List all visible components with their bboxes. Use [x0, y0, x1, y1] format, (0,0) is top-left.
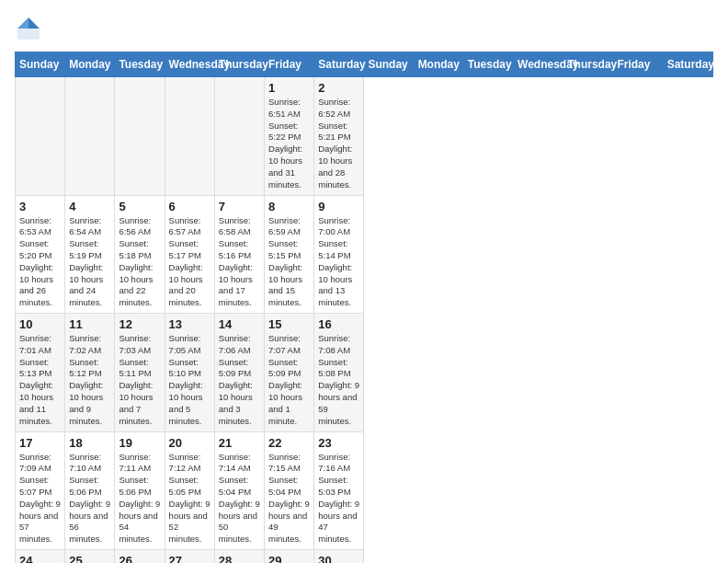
day-number: 16 — [318, 317, 359, 331]
day-number: 2 — [318, 81, 359, 95]
calendar-table: SundayMondayTuesdayWednesdayThursdayFrid… — [15, 52, 713, 563]
day-info: Sunrise: 6:57 AM Sunset: 5:17 PM Dayligh… — [169, 215, 210, 310]
day-number: 14 — [219, 317, 260, 331]
day-number: 11 — [69, 317, 110, 331]
calendar-cell — [16, 77, 65, 196]
calendar-cell: 7Sunrise: 6:58 AM Sunset: 5:16 PM Daylig… — [214, 195, 264, 314]
calendar-cell: 4Sunrise: 6:54 AM Sunset: 5:19 PM Daylig… — [65, 195, 115, 314]
calendar-cell: 16Sunrise: 7:08 AM Sunset: 5:08 PM Dayli… — [314, 314, 364, 432]
day-number: 20 — [169, 436, 210, 450]
day-number: 28 — [219, 554, 260, 563]
day-info: Sunrise: 6:52 AM Sunset: 5:21 PM Dayligh… — [318, 97, 359, 191]
calendar-cell: 22Sunrise: 7:15 AM Sunset: 5:04 PM Dayli… — [265, 431, 314, 550]
calendar-week-row: 24Sunrise: 7:17 AM Sunset: 5:03 PM Dayli… — [16, 550, 713, 564]
calendar-cell — [65, 77, 115, 196]
header-day-sunday: Sunday — [364, 52, 414, 77]
day-number: 10 — [19, 317, 61, 331]
day-info: Sunrise: 7:05 AM Sunset: 5:10 PM Dayligh… — [169, 333, 210, 428]
calendar-cell: 10Sunrise: 7:01 AM Sunset: 5:13 PM Dayli… — [16, 314, 65, 432]
header-day-monday: Monday — [414, 52, 463, 77]
calendar-cell: 13Sunrise: 7:05 AM Sunset: 5:10 PM Dayli… — [165, 314, 214, 432]
calendar-cell: 23Sunrise: 7:16 AM Sunset: 5:03 PM Dayli… — [314, 431, 364, 550]
calendar-cell: 20Sunrise: 7:12 AM Sunset: 5:05 PM Dayli… — [165, 431, 214, 550]
calendar-cell: 14Sunrise: 7:06 AM Sunset: 5:09 PM Dayli… — [214, 314, 264, 432]
day-number: 6 — [169, 200, 210, 213]
day-number: 21 — [219, 436, 260, 450]
day-number: 8 — [268, 200, 310, 213]
day-info: Sunrise: 7:16 AM Sunset: 5:03 PM Dayligh… — [318, 452, 359, 546]
day-info: Sunrise: 6:56 AM Sunset: 5:18 PM Dayligh… — [119, 215, 160, 310]
calendar-cell: 18Sunrise: 7:10 AM Sunset: 5:06 PM Dayli… — [65, 431, 115, 550]
header-day-tuesday: Tuesday — [115, 52, 165, 77]
calendar-cell: 25Sunrise: 7:18 AM Sunset: 5:02 PM Dayli… — [65, 550, 115, 564]
day-number: 15 — [268, 317, 310, 331]
day-info: Sunrise: 7:12 AM Sunset: 5:05 PM Dayligh… — [169, 452, 210, 546]
svg-rect-2 — [17, 29, 40, 40]
header-day-saturday: Saturday — [314, 52, 364, 77]
day-info: Sunrise: 6:54 AM Sunset: 5:19 PM Dayligh… — [69, 215, 110, 310]
logo-icon — [15, 15, 42, 42]
calendar-cell: 30Sunrise: 7:23 AM Sunset: 5:01 PM Dayli… — [314, 550, 364, 564]
day-number: 29 — [268, 554, 310, 563]
day-info: Sunrise: 7:02 AM Sunset: 5:12 PM Dayligh… — [69, 333, 110, 428]
day-number: 27 — [169, 554, 210, 563]
calendar-cell: 17Sunrise: 7:09 AM Sunset: 5:07 PM Dayli… — [16, 431, 65, 550]
calendar-cell: 6Sunrise: 6:57 AM Sunset: 5:17 PM Daylig… — [165, 195, 214, 314]
header-day-wednesday: Wednesday — [165, 52, 214, 77]
day-number: 3 — [19, 200, 61, 213]
day-number: 9 — [318, 200, 359, 213]
day-number: 1 — [268, 81, 310, 95]
calendar-cell: 19Sunrise: 7:11 AM Sunset: 5:06 PM Dayli… — [115, 431, 165, 550]
calendar-cell — [115, 77, 165, 196]
day-info: Sunrise: 7:11 AM Sunset: 5:06 PM Dayligh… — [119, 452, 160, 546]
day-info: Sunrise: 6:58 AM Sunset: 5:16 PM Dayligh… — [219, 215, 260, 310]
calendar-cell: 11Sunrise: 7:02 AM Sunset: 5:12 PM Dayli… — [65, 314, 115, 432]
day-number: 25 — [69, 554, 110, 563]
calendar-week-row: 10Sunrise: 7:01 AM Sunset: 5:13 PM Dayli… — [16, 314, 713, 432]
calendar-week-row: 1Sunrise: 6:51 AM Sunset: 5:22 PM Daylig… — [16, 77, 713, 196]
day-info: Sunrise: 6:59 AM Sunset: 5:15 PM Dayligh… — [268, 215, 310, 310]
calendar-header-row: SundayMondayTuesdayWednesdayThursdayFrid… — [16, 52, 713, 77]
calendar-cell: 1Sunrise: 6:51 AM Sunset: 5:22 PM Daylig… — [265, 77, 314, 196]
calendar-cell: 28Sunrise: 7:21 AM Sunset: 5:01 PM Dayli… — [214, 550, 264, 564]
calendar-cell: 26Sunrise: 7:19 AM Sunset: 5:02 PM Dayli… — [115, 550, 165, 564]
calendar-cell: 15Sunrise: 7:07 AM Sunset: 5:09 PM Dayli… — [265, 314, 314, 432]
day-info: Sunrise: 7:09 AM Sunset: 5:07 PM Dayligh… — [19, 452, 61, 546]
day-number: 23 — [318, 436, 359, 450]
calendar-cell: 9Sunrise: 7:00 AM Sunset: 5:14 PM Daylig… — [314, 195, 364, 314]
day-number: 22 — [268, 436, 310, 450]
day-number: 13 — [169, 317, 210, 331]
calendar-cell: 21Sunrise: 7:14 AM Sunset: 5:04 PM Dayli… — [214, 431, 264, 550]
logo — [15, 15, 46, 42]
header-day-sunday: Sunday — [16, 52, 65, 77]
day-number: 5 — [119, 200, 160, 213]
day-info: Sunrise: 6:51 AM Sunset: 5:22 PM Dayligh… — [268, 97, 310, 191]
calendar-cell: 12Sunrise: 7:03 AM Sunset: 5:11 PM Dayli… — [115, 314, 165, 432]
day-number: 26 — [119, 554, 160, 563]
day-number: 12 — [119, 317, 160, 331]
day-number: 19 — [119, 436, 160, 450]
day-number: 18 — [69, 436, 110, 450]
day-number: 7 — [219, 200, 260, 213]
header-day-thursday: Thursday — [214, 52, 264, 77]
calendar-cell: 2Sunrise: 6:52 AM Sunset: 5:21 PM Daylig… — [314, 77, 364, 196]
day-info: Sunrise: 7:08 AM Sunset: 5:08 PM Dayligh… — [318, 333, 359, 428]
header-day-monday: Monday — [65, 52, 115, 77]
header-day-tuesday: Tuesday — [463, 52, 513, 77]
header-day-friday: Friday — [613, 52, 663, 77]
header-day-saturday: Saturday — [663, 52, 712, 77]
day-info: Sunrise: 7:14 AM Sunset: 5:04 PM Dayligh… — [219, 452, 260, 546]
day-info: Sunrise: 7:00 AM Sunset: 5:14 PM Dayligh… — [318, 215, 359, 310]
day-info: Sunrise: 6:53 AM Sunset: 5:20 PM Dayligh… — [19, 215, 61, 310]
day-number: 4 — [69, 200, 110, 213]
calendar-cell: 8Sunrise: 6:59 AM Sunset: 5:15 PM Daylig… — [265, 195, 314, 314]
day-number: 30 — [318, 554, 359, 563]
calendar-cell: 24Sunrise: 7:17 AM Sunset: 5:03 PM Dayli… — [16, 550, 65, 564]
calendar-week-row: 3Sunrise: 6:53 AM Sunset: 5:20 PM Daylig… — [16, 195, 713, 314]
svg-marker-0 — [28, 17, 40, 29]
header-day-thursday: Thursday — [563, 52, 613, 77]
calendar-week-row: 17Sunrise: 7:09 AM Sunset: 5:07 PM Dayli… — [16, 431, 713, 550]
calendar-cell: 3Sunrise: 6:53 AM Sunset: 5:20 PM Daylig… — [16, 195, 65, 314]
header-day-wednesday: Wednesday — [514, 52, 563, 77]
day-number: 24 — [19, 554, 61, 563]
